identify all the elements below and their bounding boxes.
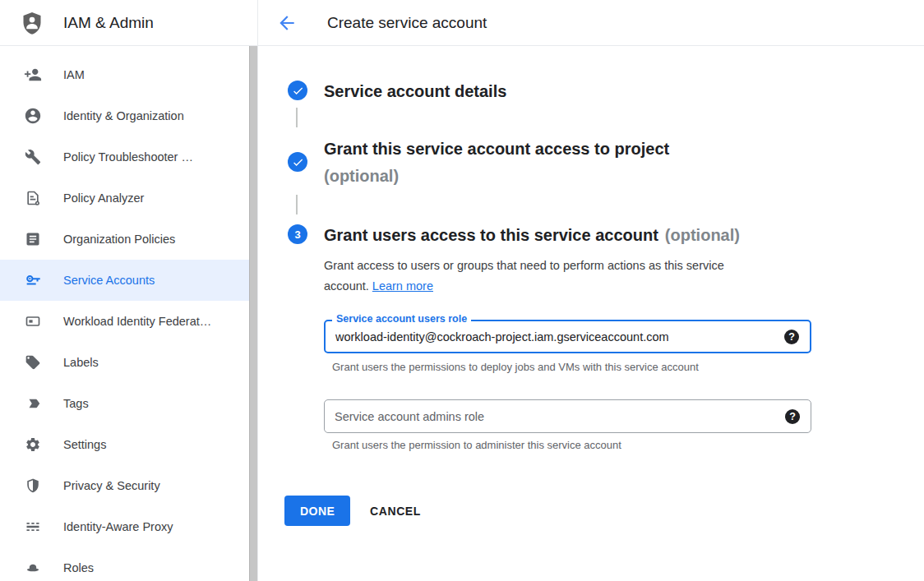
step3-title-text: Grant users access to this service accou… — [324, 226, 658, 244]
document-gear-icon — [23, 188, 43, 208]
sidebar-item-label: Settings — [63, 438, 106, 451]
shield-half-icon — [23, 476, 43, 496]
done-button[interactable]: DONE — [284, 496, 350, 526]
sidebar-item-label: Service Accounts — [63, 274, 155, 287]
sidebar-item-iam[interactable]: IAM — [0, 54, 249, 95]
sidebar: IAM & Admin IAM Policy Troubleshooter … … — [0, 0, 258, 581]
service-account-key-icon — [23, 270, 43, 290]
sidebar-item-label: Tags — [63, 397, 89, 410]
learn-more-link[interactable]: Learn more — [372, 279, 433, 293]
person-add-icon — [23, 65, 43, 85]
sidebar-item-label: Workload Identity Federat… — [63, 315, 211, 328]
users-role-helper-text: Grant users the permissions to deploy jo… — [332, 361, 699, 373]
step3-optional-text: (optional) — [665, 226, 740, 244]
admins-role-input[interactable] — [325, 400, 811, 432]
step-connector — [296, 108, 298, 127]
step3-number: 3 — [294, 228, 300, 241]
sidebar-item-label: Identity-Aware Proxy — [63, 520, 173, 533]
step2-completed-indicator[interactable] — [288, 152, 307, 172]
users-role-input[interactable] — [326, 321, 810, 352]
sidebar-item-label: Policy Troubleshooter … — [63, 150, 193, 164]
step3-title: Grant users access to this service accou… — [324, 225, 740, 246]
iam-shield-logo-icon — [20, 10, 44, 36]
cancel-button[interactable]: CANCEL — [353, 496, 437, 526]
admins-role-helper-text: Grant users the permission to administer… — [332, 439, 621, 451]
article-icon — [23, 229, 43, 249]
back-button[interactable] — [276, 12, 298, 34]
card-icon — [23, 311, 43, 331]
account-circle-icon — [23, 106, 43, 126]
page-header: Create service account — [258, 0, 924, 46]
sidebar-nav: IAM Policy Troubleshooter … Identity & O… — [0, 46, 257, 581]
proxy-icon — [23, 517, 43, 537]
main-content: Create service account Service account d… — [258, 0, 924, 581]
sidebar-scrollbar-thumb[interactable] — [249, 46, 257, 581]
sidebar-item-label: Policy Analyzer — [63, 191, 144, 205]
step3-description: Grant access to users or groups that nee… — [324, 256, 778, 297]
sidebar-item-service-accounts[interactable]: Service Accounts — [0, 260, 249, 301]
step1-title[interactable]: Service account details — [324, 81, 506, 102]
sidebar-item-identity-aware-proxy[interactable]: Identity-Aware Proxy — [0, 506, 249, 547]
users-role-field-container: Service account users role ? — [324, 320, 811, 353]
sidebar-item-organization-policies[interactable]: Organization Policies — [0, 219, 249, 260]
sidebar-item-labels[interactable]: Labels — [0, 342, 249, 383]
sidebar-item-privacy-security[interactable]: Privacy & Security — [0, 465, 249, 506]
page-title: Create service account — [327, 14, 487, 32]
sidebar-item-settings[interactable]: Settings — [0, 424, 249, 465]
wrench-icon — [23, 147, 43, 167]
app-title: IAM & Admin — [63, 14, 154, 32]
sidebar-item-label: Organization Policies — [63, 233, 175, 246]
sidebar-item-policy-troubleshooter[interactable]: Policy Troubleshooter … — [0, 136, 249, 178]
users-role-field-label: Service account users role — [332, 313, 471, 325]
step2-title[interactable]: Grant this service account access to pro… — [324, 136, 669, 190]
check-icon — [292, 156, 304, 168]
step3-number-indicator: 3 — [288, 224, 307, 244]
sidebar-item-label: Roles — [63, 561, 94, 574]
check-icon — [292, 85, 304, 97]
hat-icon — [23, 558, 43, 578]
sidebar-item-workload-identity-federation[interactable]: Workload Identity Federat… — [0, 301, 249, 342]
step2-optional-text: (optional) — [324, 163, 669, 190]
gear-icon — [23, 435, 43, 454]
sidebar-item-label: Labels — [63, 356, 99, 369]
help-icon[interactable]: ? — [784, 330, 799, 344]
label-arrow-icon — [23, 394, 43, 413]
sidebar-item-label: IAM — [63, 68, 85, 81]
admins-role-field-container: ? — [324, 399, 811, 433]
sidebar-item-label: Privacy & Security — [63, 479, 160, 492]
step1-completed-indicator[interactable] — [288, 81, 307, 100]
sidebar-item-policy-analyzer[interactable]: Policy Analyzer — [0, 178, 249, 219]
sidebar-item-identity-organization[interactable]: Policy Troubleshooter … Identity & Organ… — [0, 95, 249, 136]
sidebar-item-roles[interactable]: Roles — [0, 547, 249, 581]
help-icon[interactable]: ? — [785, 409, 800, 424]
arrow-back-icon — [276, 12, 298, 34]
step2-title-text: Grant this service account access to pro… — [324, 136, 669, 163]
sidebar-item-tags[interactable]: Tags — [0, 383, 249, 424]
step-connector — [296, 195, 298, 214]
sidebar-header: IAM & Admin — [0, 0, 257, 46]
tag-icon — [23, 353, 43, 372]
sidebar-item-label: Identity & Organization — [63, 109, 184, 122]
